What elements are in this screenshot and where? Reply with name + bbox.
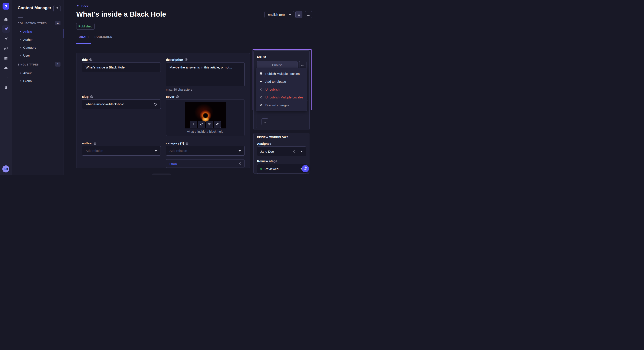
single-types-count-badge: 2	[55, 62, 60, 67]
entry-panel-heading: ENTRY	[257, 55, 267, 58]
tab-draft[interactable]: DRAFT	[79, 35, 89, 38]
single-types-header: SINGLE TYPES	[18, 63, 39, 66]
status-badge: Published	[76, 23, 94, 29]
export-button[interactable]	[296, 11, 302, 18]
slug-input[interactable]: what-s-inside-a-black-hole	[82, 99, 161, 109]
question-mark-icon	[304, 166, 307, 171]
more-dots-icon	[264, 120, 266, 124]
collection-types-count-badge: 4	[55, 21, 60, 25]
review-workflows-heading: REVIEW WORKFLOWS	[257, 136, 288, 139]
page-title: What's inside a Black Hole	[76, 10, 166, 18]
arrow-left-icon	[76, 4, 80, 8]
gear-icon[interactable]	[2, 84, 10, 91]
globe-icon	[90, 95, 93, 98]
search-button[interactable]	[54, 5, 60, 12]
category-relation-item: news	[166, 159, 245, 168]
bullet-icon	[20, 55, 21, 56]
description-textarea[interactable]: Maybe the answer is in this article, or …	[166, 62, 245, 86]
category-relation-select[interactable]: Add relation	[166, 146, 245, 156]
edit-asset-button[interactable]	[214, 121, 221, 128]
sidebar-item-category[interactable]: Category	[20, 45, 36, 50]
search-icon	[55, 6, 59, 11]
paper-plane-icon	[259, 80, 263, 83]
bullet-icon	[20, 31, 21, 32]
author-field-label: author	[82, 141, 96, 145]
chevron-down-icon	[289, 13, 291, 16]
list-plus-icon	[259, 72, 263, 75]
title-input[interactable]: What's inside a Black Hole	[82, 62, 161, 72]
regenerate-slug-icon[interactable]	[154, 103, 157, 106]
menu-item-discard-changes[interactable]: Discard changes	[256, 101, 307, 109]
sidebar-item-about[interactable]: About	[20, 70, 32, 75]
review-stage-select[interactable]: Reviewed	[257, 164, 306, 174]
add-asset-button[interactable]	[190, 121, 197, 128]
cover-field-label: cover	[166, 95, 179, 98]
sidebar-item-global[interactable]: Global	[20, 78, 32, 83]
category-field-label: category (1)	[166, 141, 188, 145]
layout-icon[interactable]	[2, 54, 10, 62]
paper-plane-icon[interactable]	[2, 35, 10, 42]
more-dots-icon	[307, 13, 310, 16]
download-icon	[297, 12, 301, 17]
cross-icon	[259, 96, 263, 99]
remove-relation-icon[interactable]	[238, 162, 241, 165]
review-workflows-panel: REVIEW WORKFLOWS Assignee Jane Doe Revie…	[254, 133, 310, 174]
author-relation-select[interactable]: Add relation	[82, 146, 161, 156]
pencil-icon	[216, 123, 219, 127]
link-icon	[200, 123, 203, 127]
more-dots-icon	[301, 63, 304, 67]
menu-item-publish-multiple-locales[interactable]: Publish Multiple Locales	[256, 70, 307, 78]
content-manager-quill-icon[interactable]	[2, 25, 10, 33]
strapi-logo-icon[interactable]	[2, 3, 9, 9]
plus-icon	[192, 123, 195, 127]
help-button[interactable]	[302, 165, 309, 172]
schedule-more-button[interactable]	[262, 118, 268, 125]
bullet-icon	[20, 72, 21, 74]
cover-field: what-s-inside-a-black-hole	[166, 99, 245, 136]
cart-icon[interactable]	[2, 74, 10, 82]
trash-icon	[208, 123, 211, 127]
entry-actions-menu: Publish Multiple Locales Add to release …	[256, 68, 307, 111]
globe-icon	[176, 95, 179, 98]
globe-icon	[89, 58, 92, 61]
scroll-to-bottom-pill[interactable]	[152, 174, 172, 175]
menu-item-add-to-release[interactable]: Add to release	[256, 78, 307, 85]
icon-rail: KD	[0, 0, 12, 175]
home-icon[interactable]	[2, 15, 10, 23]
cover-filename: what-s-inside-a-black-hole	[166, 130, 244, 133]
entry-more-button[interactable]	[299, 61, 306, 69]
clear-assignee-icon[interactable]	[292, 150, 295, 153]
media-library-icon[interactable]	[2, 45, 10, 52]
copy-link-button[interactable]	[198, 121, 205, 128]
active-tab-underline	[76, 43, 91, 44]
assignee-label: Assignee	[257, 142, 271, 146]
cover-actions	[190, 121, 221, 128]
user-avatar[interactable]: KD	[2, 166, 9, 173]
locale-select[interactable]: English (en)	[264, 11, 294, 18]
stage-status-dot	[260, 168, 262, 170]
tab-published[interactable]: PUBLISHED	[94, 35, 112, 38]
assignee-select[interactable]: Jane Doe	[257, 147, 306, 156]
publish-button[interactable]: Publish	[257, 61, 298, 69]
edit-form-card: title What's inside a Black Hole descrip…	[76, 53, 250, 168]
app-window: KD Content Manager COLLECTION TYPES 4 Ar…	[0, 0, 322, 175]
bullet-icon	[20, 47, 21, 48]
back-link[interactable]: Back	[76, 4, 88, 8]
delete-asset-button[interactable]	[206, 121, 213, 128]
header-more-button[interactable]	[305, 11, 312, 18]
sidebar-item-user[interactable]: User	[20, 53, 30, 58]
content-manager-sidebar: Content Manager COLLECTION TYPES 4 Artic…	[12, 0, 64, 175]
menu-item-unpublish-multiple-locales[interactable]: Unpublish Multiple Locales	[256, 93, 307, 101]
globe-icon	[185, 58, 188, 61]
title-field-label: title	[82, 58, 92, 61]
menu-item-unpublish[interactable]: Unpublish	[256, 85, 307, 93]
description-hint: max. 80 characters	[166, 88, 192, 91]
main-content: Back What's inside a Black Hole Publishe…	[64, 0, 322, 175]
review-stage-label: Review stage	[257, 159, 277, 163]
sidebar-divider	[18, 17, 23, 18]
slug-field-label: slug	[82, 95, 93, 98]
sidebar-item-author[interactable]: Author	[20, 37, 32, 42]
sidebar-item-article[interactable]: Article	[20, 29, 32, 34]
cloud-icon[interactable]	[2, 64, 10, 72]
relation-link-news[interactable]: news	[170, 162, 177, 166]
